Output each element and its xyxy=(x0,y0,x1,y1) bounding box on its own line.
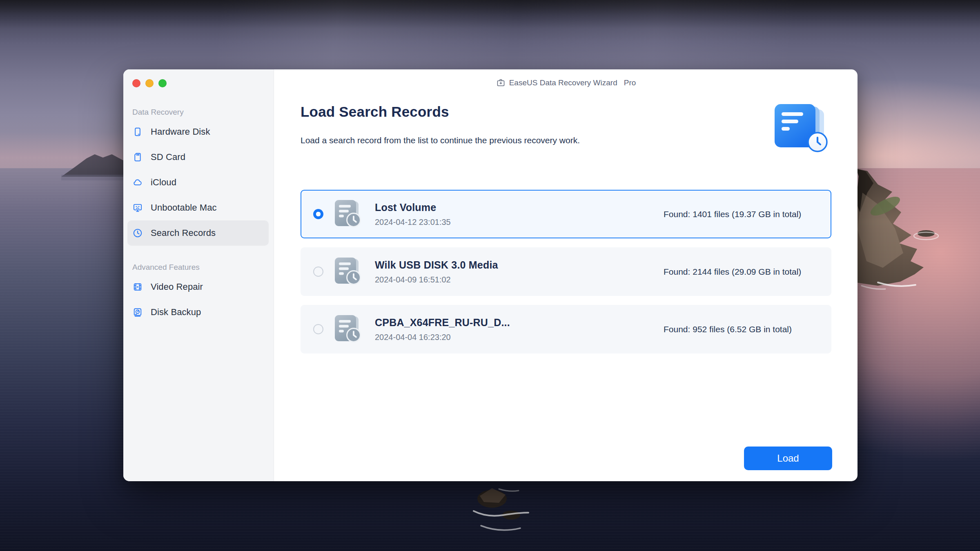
toolbox-icon xyxy=(496,78,506,87)
record-document-clock-icon xyxy=(334,257,361,287)
record-document-clock-icon xyxy=(334,315,361,344)
record-datetime: 2024-04-09 16:51:02 xyxy=(375,275,498,284)
sidebar: Data Recovery Hardware Disk SD Card xyxy=(123,69,274,481)
record-row-lost-volume[interactable]: Lost Volume 2024-04-12 23:01:35 Found: 1… xyxy=(301,190,831,238)
sidebar-item-icloud[interactable]: iCloud xyxy=(127,170,269,195)
unbootable-mac-icon xyxy=(132,202,143,213)
sidebar-item-hardware-disk[interactable]: Hardware Disk xyxy=(127,119,269,144)
right-cliff xyxy=(855,169,938,289)
sidebar-section-advanced-features: Advanced Features xyxy=(127,260,269,274)
sd-card-icon xyxy=(132,152,143,162)
page-subtitle: Load a search record from the list to co… xyxy=(301,136,580,145)
sidebar-item-sd-card[interactable]: SD Card xyxy=(127,144,269,170)
app-title-text: EaseUS Data Recovery Wizard xyxy=(509,78,617,87)
radio-unselected-icon[interactable] xyxy=(313,324,323,334)
clock-icon xyxy=(132,228,143,238)
sidebar-item-unbootable-mac[interactable]: Unbootable Mac xyxy=(127,195,269,220)
record-datetime: 2024-04-12 23:01:35 xyxy=(375,218,451,227)
window-controls xyxy=(132,79,167,87)
minimize-window-button[interactable] xyxy=(145,79,154,87)
record-found-summary: Found: 2144 files (29.09 GB in total) xyxy=(664,267,801,277)
record-found-summary: Found: 952 files (6.52 GB in total) xyxy=(664,324,792,334)
app-window: Data Recovery Hardware Disk SD Card xyxy=(123,69,858,481)
search-records-list: Lost Volume 2024-04-12 23:01:35 Found: 1… xyxy=(301,190,831,362)
record-name: CPBA_X64FRE_RU-RU_D... xyxy=(375,317,510,329)
radio-selected-icon[interactable] xyxy=(313,209,323,219)
app-title: EaseUS Data Recovery Wizard Pro xyxy=(274,78,858,87)
record-row-wilk-usb-disk[interactable]: Wilk USB DISK 3.0 Media 2024-04-09 16:51… xyxy=(301,247,831,296)
sidebar-item-disk-backup[interactable]: Disk Backup xyxy=(127,300,269,325)
sidebar-section-data-recovery: Data Recovery xyxy=(127,105,269,119)
load-button[interactable]: Load xyxy=(744,447,832,470)
main-content: EaseUS Data Recovery Wizard Pro Load Sea… xyxy=(274,69,858,481)
radio-unselected-icon[interactable] xyxy=(313,267,323,277)
bottom-rocks xyxy=(474,488,528,530)
app-edition: Pro xyxy=(624,78,636,87)
disk-backup-icon xyxy=(132,307,143,318)
record-row-cpba-x64fre[interactable]: CPBA_X64FRE_RU-RU_D... 2024-04-04 16:23:… xyxy=(301,305,831,353)
record-datetime: 2024-04-04 16:23:20 xyxy=(375,333,510,342)
page-title: Load Search Records xyxy=(301,104,449,120)
record-name: Wilk USB DISK 3.0 Media xyxy=(375,259,498,271)
record-name: Lost Volume xyxy=(375,202,451,213)
record-document-clock-icon xyxy=(334,200,361,229)
close-window-button[interactable] xyxy=(132,79,140,87)
sidebar-item-video-repair[interactable]: Video Repair xyxy=(127,274,269,300)
search-records-illustration-icon xyxy=(774,104,830,155)
record-found-summary: Found: 1401 files (19.37 GB in total) xyxy=(664,209,801,219)
zoom-window-button[interactable] xyxy=(158,79,167,87)
cloud-icon xyxy=(132,177,143,188)
sidebar-item-search-records[interactable]: Search Records xyxy=(127,220,269,246)
hard-disk-icon xyxy=(132,127,143,137)
video-repair-icon xyxy=(132,282,143,292)
